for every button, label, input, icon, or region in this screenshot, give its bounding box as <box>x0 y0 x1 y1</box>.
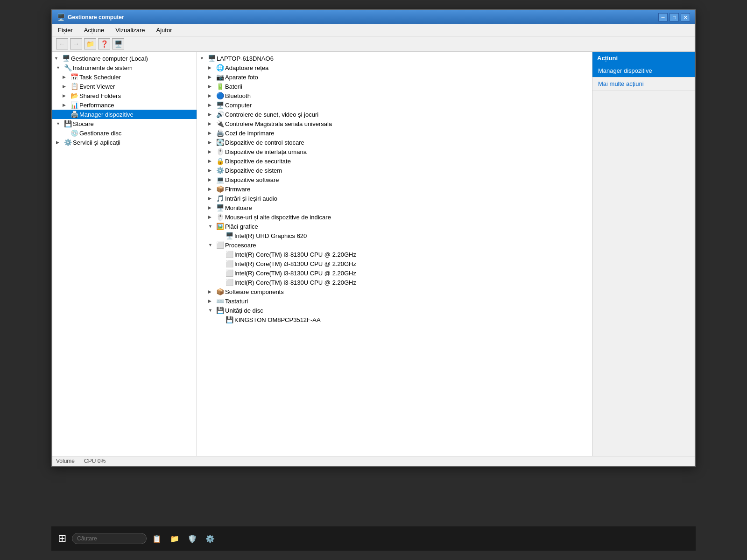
device-item[interactable]: ▼🖼️Plăci grafice <box>197 222 592 231</box>
device-item[interactable]: ▶🔌Controlere Magistrală serială universa… <box>197 119 592 128</box>
device-label: Unități de disc <box>225 307 263 314</box>
menu-fisier[interactable]: Fișier <box>56 26 75 35</box>
tree-item-instrumente[interactable]: ▼ 🔧 Instrumente de sistem <box>52 63 197 72</box>
action-manager-dispozitive[interactable]: Manager dispozitive <box>592 64 695 77</box>
expand-perf[interactable]: ▶ <box>63 103 69 107</box>
expand-icon[interactable]: ▶ <box>208 187 215 191</box>
expand-icon[interactable]: ▶ <box>208 289 215 294</box>
device-item[interactable]: ⬜Intel(R) Core(TM) i3-8130U CPU @ 2.20GH… <box>197 268 592 278</box>
device-item[interactable]: ▶🔵Bluetooth <box>197 91 592 100</box>
tree-item-stocare[interactable]: ▼ 💾 Stocare <box>52 119 197 128</box>
expand-icon[interactable]: ▶ <box>208 112 215 117</box>
label-task: Task Scheduler <box>79 74 121 81</box>
expand-icon[interactable]: ▶ <box>208 121 215 126</box>
icon-event: 📋 <box>70 83 78 90</box>
forward-button[interactable]: → <box>70 38 82 49</box>
expand-stocare[interactable]: ▼ <box>56 121 63 126</box>
device-item[interactable]: ▶🖱️Dispozitive de interfață umană <box>197 147 592 156</box>
device-icon: 🔊 <box>216 111 224 118</box>
expand-icon[interactable]: ▶ <box>208 84 215 89</box>
device-item[interactable]: ▶⚙️Dispozitive de sistem <box>197 166 592 175</box>
device-label: Bluetooth <box>225 92 251 99</box>
expand-icon[interactable]: ▶ <box>208 215 215 219</box>
device-item[interactable]: ▶🔊Controlere de sunet, video și jocuri <box>197 110 592 119</box>
action-mai-multe[interactable]: Mai multe acțiuni <box>592 77 695 91</box>
device-item[interactable]: ▶🖥️Monitoare <box>197 203 592 212</box>
expand-icon[interactable]: ▶ <box>208 65 215 70</box>
menu-ajutor[interactable]: Ajutor <box>155 26 174 35</box>
minimize-button[interactable]: ─ <box>658 13 668 21</box>
device-item[interactable]: ▶📦Software components <box>197 287 592 296</box>
close-button[interactable]: ✕ <box>681 13 690 21</box>
expand-root[interactable]: ▼ <box>54 56 61 61</box>
device-item[interactable]: ▼⬜Procesoare <box>197 240 592 250</box>
expand-icon[interactable]: ▶ <box>208 149 215 154</box>
device-item[interactable]: ⬜Intel(R) Core(TM) i3-8130U CPU @ 2.20GH… <box>197 259 592 268</box>
icon-dev-root: 🖥️ <box>207 55 216 62</box>
expand-servicii[interactable]: ▶ <box>56 140 63 145</box>
expand-icon[interactable]: ▶ <box>208 168 215 173</box>
device-item[interactable]: ⬜Intel(R) Core(TM) i3-8130U CPU @ 2.20GH… <box>197 250 592 259</box>
device-item[interactable]: ▶🖨️Cozi de imprimare <box>197 128 592 138</box>
device-item[interactable]: 🖥️Intel(R) UHD Graphics 620 <box>197 231 592 240</box>
device-item[interactable]: ▶📦Firmware <box>197 184 592 194</box>
device-item[interactable]: 💾KINGSTON OM8PCP3512F-AA <box>197 315 592 324</box>
expand-icon[interactable]: ▶ <box>208 131 215 135</box>
expand-icon[interactable]: ▶ <box>208 159 215 163</box>
device-item[interactable]: ▶🖱️Mouse-uri și alte dispozitive de indi… <box>197 212 592 222</box>
expand-icon[interactable]: ▼ <box>208 308 215 313</box>
tree-item-task-scheduler[interactable]: ▶ 📅 Task Scheduler <box>52 72 197 82</box>
device-item[interactable]: ▼💾Unități de disc <box>197 306 592 315</box>
menu-actiune[interactable]: Acțiune <box>82 26 106 35</box>
tree-item-performance[interactable]: ▶ 📊 Performance <box>52 100 197 110</box>
expand-icon[interactable]: ▶ <box>208 140 215 145</box>
up-button[interactable]: 📁 <box>84 38 96 49</box>
tree-item-gestionare-disc[interactable]: 💿 Gestionare disc <box>52 128 197 138</box>
device-label: Aparate foto <box>225 74 258 81</box>
expand-task[interactable]: ▶ <box>63 75 69 79</box>
computer-button[interactable]: 🖥️ <box>112 38 124 49</box>
device-item[interactable]: ▶🖥️Computer <box>197 100 592 110</box>
tree-item-servicii[interactable]: ▶ ⚙️ Servicii și aplicații <box>52 138 197 147</box>
dev-root[interactable]: ▼ 🖥️ LAPTOP-613DNAO6 <box>197 54 592 63</box>
expand-icon[interactable]: ▶ <box>208 299 215 303</box>
expand-icon[interactable]: ▶ <box>208 93 215 98</box>
expand-instrumente[interactable]: ▼ <box>56 65 63 70</box>
tree-item-shared-folders[interactable]: ▶ 📂 Shared Folders <box>52 91 197 100</box>
device-item[interactable]: ▶🌐Adaptoare rețea <box>197 63 592 72</box>
tree-item-manager-dispozitive[interactable]: 🖨️ Manager dispozitive <box>52 110 197 119</box>
expand-icon[interactable]: ▼ <box>208 243 215 247</box>
expand-event[interactable]: ▶ <box>63 84 69 89</box>
tree-item-root[interactable]: ▼ 🖥️ Gestionare computer (Local) <box>52 54 197 63</box>
back-button[interactable]: ← <box>56 38 68 49</box>
expand-dev-root[interactable]: ▼ <box>200 56 206 61</box>
device-item[interactable]: ⬜Intel(R) Core(TM) i3-8130U CPU @ 2.20GH… <box>197 278 592 287</box>
expand-icon[interactable]: ▶ <box>208 196 215 201</box>
device-item[interactable]: ▶💽Dispozitive de control stocare <box>197 138 592 147</box>
expand-icon[interactable]: ▶ <box>208 177 215 182</box>
search-input[interactable] <box>72 533 147 544</box>
file-explorer-button[interactable]: 📁 <box>167 532 182 545</box>
start-button[interactable]: ⊞ <box>55 531 69 546</box>
device-item[interactable]: ▶🔒Dispozitive de securitate <box>197 156 592 166</box>
menu-vizualizare[interactable]: Vizualizare <box>113 26 147 35</box>
device-item[interactable]: ▶⌨️Tastaturi <box>197 296 592 306</box>
expand-icon[interactable]: ▶ <box>208 205 215 210</box>
expand-icon[interactable]: ▼ <box>208 224 215 229</box>
security-button[interactable]: 🛡️ <box>185 532 200 545</box>
task-view-button[interactable]: 📋 <box>149 532 164 545</box>
right-panel: Acțiuni Manager dispozitive Mai multe ac… <box>592 52 695 456</box>
device-item[interactable]: ▶🎵Intrări și ieșiri audio <box>197 194 592 203</box>
expand-icon[interactable]: ▶ <box>208 75 215 79</box>
tree-item-event-viewer[interactable]: ▶ 📋 Event Viewer <box>52 82 197 91</box>
device-item[interactable]: ▶📷Aparate foto <box>197 72 592 82</box>
maximize-button[interactable]: □ <box>669 13 679 21</box>
expand-icon[interactable]: ▶ <box>208 103 215 107</box>
help-button[interactable]: ❓ <box>98 38 110 49</box>
device-label: Dispozitive de control stocare <box>225 139 304 146</box>
device-item[interactable]: ▶🔋Baterii <box>197 82 592 91</box>
device-item[interactable]: ▶💻Dispozitive software <box>197 175 592 184</box>
expand-shared[interactable]: ▶ <box>63 93 69 98</box>
device-label: Mouse-uri și alte dispozitive de indicar… <box>225 214 331 221</box>
settings-button[interactable]: ⚙️ <box>203 532 218 545</box>
